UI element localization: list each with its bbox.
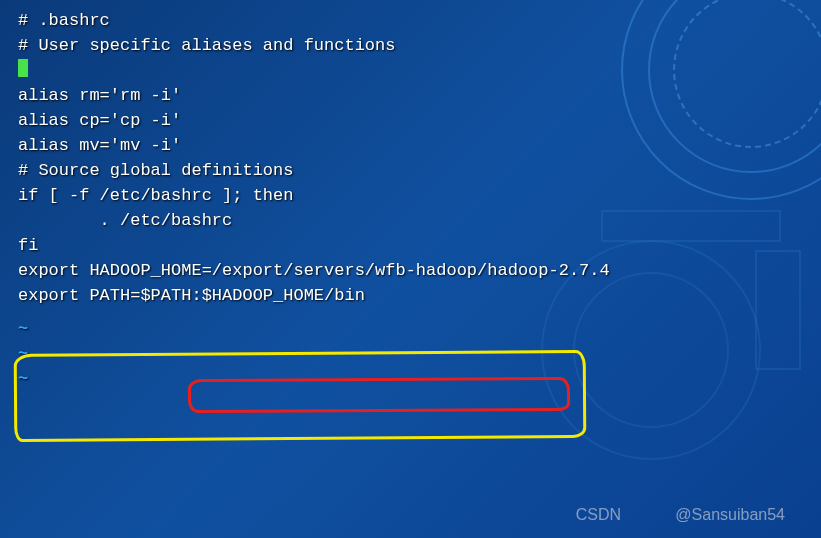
- file-line: alias cp='cp -i': [18, 108, 803, 133]
- file-line: export HADOOP_HOME=/export/servers/wfb-h…: [18, 258, 803, 283]
- watermark-site: CSDN: [576, 506, 621, 524]
- file-line: # User specific aliases and functions: [18, 33, 803, 58]
- editor-viewport[interactable]: # .bashrc # User specific aliases and fu…: [0, 0, 821, 316]
- tilde-empty-line: ~: [18, 344, 28, 363]
- watermark-author: @Sansuiban54: [675, 506, 785, 524]
- cursor: [18, 59, 28, 77]
- file-line: alias mv='mv -i': [18, 133, 803, 158]
- file-line: [18, 58, 803, 83]
- file-line: . /etc/bashrc: [18, 208, 803, 233]
- tilde-empty-line: ~: [18, 369, 28, 388]
- file-line: if [ -f /etc/bashrc ]; then: [18, 183, 803, 208]
- tilde-empty-line: ~: [18, 319, 28, 338]
- file-line: alias rm='rm -i': [18, 83, 803, 108]
- file-line: # Source global definitions: [18, 158, 803, 183]
- file-line: # .bashrc: [18, 8, 803, 33]
- file-line: export PATH=$PATH:$HADOOP_HOME/bin: [18, 283, 803, 308]
- file-line: fi: [18, 233, 803, 258]
